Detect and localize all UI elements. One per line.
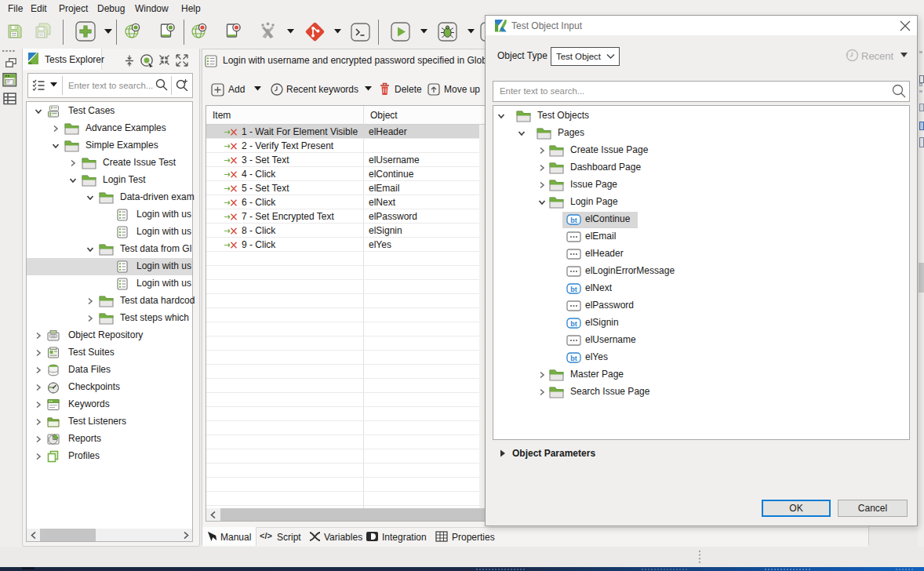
svg-text:bt: bt [570, 286, 577, 293]
svg-text:bt: bt [570, 216, 577, 224]
svg-text:bt: bt [570, 320, 577, 328]
svg-text:bt: bt [570, 355, 577, 362]
